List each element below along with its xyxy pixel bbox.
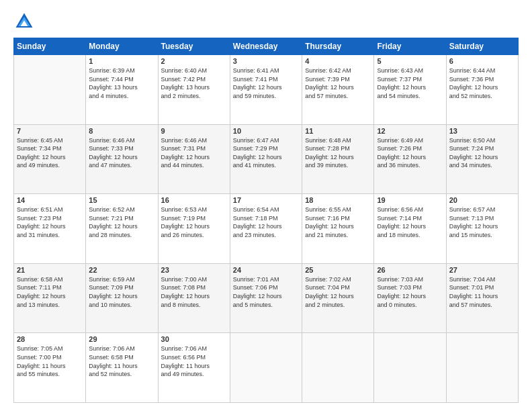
calendar-cell: 12Sunrise: 6:49 AM Sunset: 7:26 PM Dayli… [374, 124, 446, 194]
day-number: 1 [89, 57, 154, 65]
calendar-cell: 15Sunrise: 6:52 AM Sunset: 7:21 PM Dayli… [86, 194, 158, 264]
day-info: Sunrise: 6:39 AM Sunset: 7:44 PM Dayligh… [89, 66, 154, 100]
day-number: 5 [377, 57, 443, 65]
calendar-cell: 4Sunrise: 6:42 AM Sunset: 7:39 PM Daylig… [302, 55, 374, 125]
logo-icon [13, 11, 35, 32]
day-number: 3 [233, 57, 299, 65]
calendar-cell: 19Sunrise: 6:56 AM Sunset: 7:14 PM Dayli… [374, 194, 446, 264]
day-number: 13 [449, 127, 515, 135]
day-info: Sunrise: 6:50 AM Sunset: 7:24 PM Dayligh… [449, 136, 515, 170]
day-info: Sunrise: 6:51 AM Sunset: 7:23 PM Dayligh… [17, 205, 83, 239]
day-number: 24 [233, 266, 299, 274]
calendar-cell: 22Sunrise: 6:59 AM Sunset: 7:09 PM Dayli… [86, 263, 158, 333]
day-info: Sunrise: 6:59 AM Sunset: 7:09 PM Dayligh… [89, 275, 154, 309]
day-info: Sunrise: 7:02 AM Sunset: 7:04 PM Dayligh… [305, 275, 371, 309]
day-number: 16 [161, 196, 227, 204]
day-info: Sunrise: 6:41 AM Sunset: 7:41 PM Dayligh… [233, 66, 299, 100]
day-number: 30 [161, 335, 227, 343]
day-number: 2 [161, 57, 227, 65]
day-number: 10 [233, 127, 299, 135]
calendar-cell: 24Sunrise: 7:01 AM Sunset: 7:06 PM Dayli… [230, 263, 302, 333]
day-number: 26 [377, 266, 443, 274]
day-info: Sunrise: 6:46 AM Sunset: 7:31 PM Dayligh… [161, 136, 227, 170]
day-info: Sunrise: 6:44 AM Sunset: 7:36 PM Dayligh… [449, 66, 515, 100]
day-number: 21 [17, 266, 83, 274]
day-number: 22 [89, 266, 154, 274]
day-number: 8 [89, 127, 154, 135]
calendar-cell [230, 333, 302, 403]
calendar-header-tuesday: Tuesday [158, 38, 230, 55]
day-info: Sunrise: 6:42 AM Sunset: 7:39 PM Dayligh… [305, 66, 371, 100]
day-info: Sunrise: 6:47 AM Sunset: 7:29 PM Dayligh… [233, 136, 299, 170]
day-info: Sunrise: 7:00 AM Sunset: 7:08 PM Dayligh… [161, 275, 227, 309]
calendar-week-row-2: 7Sunrise: 6:45 AM Sunset: 7:34 PM Daylig… [14, 124, 519, 194]
day-number: 19 [377, 196, 443, 204]
day-number: 27 [449, 266, 515, 274]
calendar-table: SundayMondayTuesdayWednesdayThursdayFrid… [13, 38, 519, 403]
day-info: Sunrise: 6:49 AM Sunset: 7:26 PM Dayligh… [377, 136, 443, 170]
day-number: 9 [161, 127, 227, 135]
day-info: Sunrise: 7:06 AM Sunset: 6:56 PM Dayligh… [161, 345, 227, 378]
logo [13, 11, 38, 32]
calendar-cell: 28Sunrise: 7:05 AM Sunset: 7:00 PM Dayli… [14, 333, 86, 403]
calendar-cell: 21Sunrise: 6:58 AM Sunset: 7:11 PM Dayli… [14, 263, 86, 333]
calendar-cell: 9Sunrise: 6:46 AM Sunset: 7:31 PM Daylig… [158, 124, 230, 194]
calendar-cell [446, 333, 518, 403]
day-number: 11 [305, 127, 371, 135]
calendar-cell: 27Sunrise: 7:04 AM Sunset: 7:01 PM Dayli… [446, 263, 518, 333]
calendar-cell [302, 333, 374, 403]
header [13, 11, 519, 32]
calendar-cell: 23Sunrise: 7:00 AM Sunset: 7:08 PM Dayli… [158, 263, 230, 333]
day-info: Sunrise: 6:48 AM Sunset: 7:28 PM Dayligh… [305, 136, 371, 170]
calendar-header-friday: Friday [374, 38, 446, 55]
calendar-header-wednesday: Wednesday [230, 38, 302, 55]
day-info: Sunrise: 7:03 AM Sunset: 7:03 PM Dayligh… [377, 275, 443, 309]
calendar-week-row-3: 14Sunrise: 6:51 AM Sunset: 7:23 PM Dayli… [14, 194, 519, 264]
day-info: Sunrise: 7:04 AM Sunset: 7:01 PM Dayligh… [449, 275, 515, 309]
day-info: Sunrise: 6:58 AM Sunset: 7:11 PM Dayligh… [17, 275, 83, 309]
calendar-cell: 16Sunrise: 6:53 AM Sunset: 7:19 PM Dayli… [158, 194, 230, 264]
day-info: Sunrise: 6:40 AM Sunset: 7:42 PM Dayligh… [161, 66, 227, 100]
day-info: Sunrise: 6:43 AM Sunset: 7:37 PM Dayligh… [377, 66, 443, 100]
day-number: 14 [17, 196, 83, 204]
day-number: 12 [377, 127, 443, 135]
calendar-cell: 10Sunrise: 6:47 AM Sunset: 7:29 PM Dayli… [230, 124, 302, 194]
calendar-cell [374, 333, 446, 403]
calendar-week-row-5: 28Sunrise: 7:05 AM Sunset: 7:00 PM Dayli… [14, 333, 519, 403]
calendar-header-sunday: Sunday [14, 38, 86, 55]
calendar-cell: 3Sunrise: 6:41 AM Sunset: 7:41 PM Daylig… [230, 55, 302, 125]
calendar-cell: 8Sunrise: 6:46 AM Sunset: 7:33 PM Daylig… [86, 124, 158, 194]
calendar-cell: 18Sunrise: 6:55 AM Sunset: 7:16 PM Dayli… [302, 194, 374, 264]
day-info: Sunrise: 6:45 AM Sunset: 7:34 PM Dayligh… [17, 136, 83, 170]
calendar-cell: 30Sunrise: 7:06 AM Sunset: 6:56 PM Dayli… [158, 333, 230, 403]
calendar-week-row-4: 21Sunrise: 6:58 AM Sunset: 7:11 PM Dayli… [14, 263, 519, 333]
calendar-cell: 6Sunrise: 6:44 AM Sunset: 7:36 PM Daylig… [446, 55, 518, 125]
calendar-cell: 2Sunrise: 6:40 AM Sunset: 7:42 PM Daylig… [158, 55, 230, 125]
calendar-cell: 14Sunrise: 6:51 AM Sunset: 7:23 PM Dayli… [14, 194, 86, 264]
day-info: Sunrise: 6:57 AM Sunset: 7:13 PM Dayligh… [449, 205, 515, 239]
calendar-header-monday: Monday [86, 38, 158, 55]
calendar-header-row: SundayMondayTuesdayWednesdayThursdayFrid… [14, 38, 519, 55]
calendar-cell: 5Sunrise: 6:43 AM Sunset: 7:37 PM Daylig… [374, 55, 446, 125]
day-number: 17 [233, 196, 299, 204]
calendar-week-row-1: 1Sunrise: 6:39 AM Sunset: 7:44 PM Daylig… [14, 55, 519, 125]
calendar-cell: 11Sunrise: 6:48 AM Sunset: 7:28 PM Dayli… [302, 124, 374, 194]
page: SundayMondayTuesdayWednesdayThursdayFrid… [0, 0, 532, 411]
day-info: Sunrise: 6:56 AM Sunset: 7:14 PM Dayligh… [377, 205, 443, 239]
calendar-header-saturday: Saturday [446, 38, 518, 55]
day-info: Sunrise: 7:06 AM Sunset: 6:58 PM Dayligh… [89, 345, 154, 378]
day-info: Sunrise: 6:55 AM Sunset: 7:16 PM Dayligh… [305, 205, 371, 239]
day-number: 28 [17, 335, 83, 343]
day-number: 4 [305, 57, 371, 65]
calendar-header-thursday: Thursday [302, 38, 374, 55]
day-number: 6 [449, 57, 515, 65]
day-number: 20 [449, 196, 515, 204]
calendar-cell [14, 55, 86, 125]
day-info: Sunrise: 6:52 AM Sunset: 7:21 PM Dayligh… [89, 205, 154, 239]
calendar-cell: 25Sunrise: 7:02 AM Sunset: 7:04 PM Dayli… [302, 263, 374, 333]
calendar-cell: 29Sunrise: 7:06 AM Sunset: 6:58 PM Dayli… [86, 333, 158, 403]
day-info: Sunrise: 7:01 AM Sunset: 7:06 PM Dayligh… [233, 275, 299, 309]
calendar-cell: 20Sunrise: 6:57 AM Sunset: 7:13 PM Dayli… [446, 194, 518, 264]
day-info: Sunrise: 6:54 AM Sunset: 7:18 PM Dayligh… [233, 205, 299, 239]
calendar-cell: 17Sunrise: 6:54 AM Sunset: 7:18 PM Dayli… [230, 194, 302, 264]
